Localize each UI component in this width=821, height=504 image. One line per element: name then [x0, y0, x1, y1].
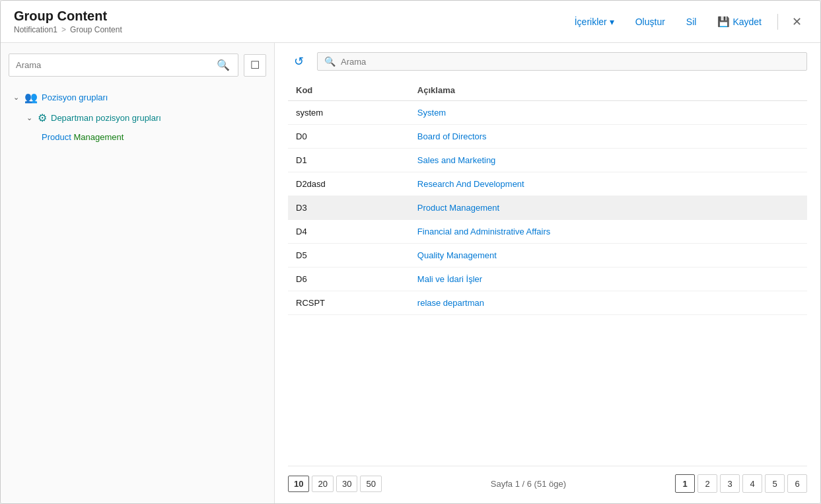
- tree-item-product[interactable]: Product Management: [9, 128, 266, 146]
- table-row[interactable]: D6 Mali ve İdari İşler: [288, 268, 807, 291]
- cell-desc: Research And Development: [410, 172, 807, 196]
- table-row[interactable]: D4 Financial and Administrative Affairs: [288, 220, 807, 244]
- header-actions: İçerikler ▾ Oluştur Sil 💾 Kaydet ✕: [567, 11, 807, 32]
- cell-desc: Sales and Marketing: [410, 149, 807, 172]
- table-wrap: Kod Açıklama system System D0 Board of D…: [288, 80, 807, 463]
- tree: ⌄ 👥 Pozisyon grupları ⌄ ⚙ Departman pozi…: [9, 87, 266, 493]
- save-icon: 💾: [717, 16, 730, 28]
- cell-code: system: [288, 101, 410, 125]
- tree-item-label: Product Management: [42, 132, 124, 142]
- panel-icon: ☐: [250, 59, 260, 71]
- group-icon: 👥: [24, 91, 38, 104]
- sil-label: Sil: [686, 17, 697, 27]
- olustur-label: Oluştur: [635, 17, 665, 27]
- table-row[interactable]: D5 Quality Management: [288, 244, 807, 268]
- cell-code: D5: [288, 244, 410, 268]
- cell-desc: Quality Management: [410, 244, 807, 268]
- table-row[interactable]: D3 Product Management: [288, 196, 807, 220]
- cell-desc: Mali ve İdari İşler: [410, 268, 807, 291]
- cell-desc: Product Management: [410, 196, 807, 220]
- cell-code: D4: [288, 220, 410, 244]
- breadcrumb: Notification1 > Group Content: [14, 25, 567, 34]
- page-num-6[interactable]: 6: [787, 474, 807, 493]
- pagination: 10 20 30 50 Sayfa 1 / 6 (51 öge) 1 2 3 4…: [288, 466, 807, 495]
- olustur-button[interactable]: Oluştur: [627, 13, 673, 31]
- search-input-wrap: 🔍: [9, 54, 238, 77]
- cell-code: RCSPT: [288, 291, 410, 315]
- table-row[interactable]: D2dasd Research And Development: [288, 172, 807, 196]
- chevron-down-icon: ⌄: [11, 93, 20, 102]
- table-header-row: Kod Açıklama: [288, 80, 807, 101]
- search-bar: 🔍 ☐: [9, 54, 266, 77]
- cell-code: D2dasd: [288, 172, 410, 196]
- cell-code: D3: [288, 196, 410, 220]
- chevron-down-icon: ⌄: [24, 114, 34, 122]
- refresh-button[interactable]: ↺: [288, 51, 309, 72]
- tree-item-label: Pozisyon grupları: [42, 92, 108, 102]
- page-size-30[interactable]: 30: [336, 476, 357, 492]
- page-size-50[interactable]: 50: [360, 476, 381, 492]
- search-icon: 🔍: [217, 59, 230, 71]
- search-icon: 🔍: [324, 56, 336, 67]
- page-num-2[interactable]: 2: [697, 474, 717, 493]
- cell-code: D6: [288, 268, 410, 291]
- gear-icon: ⚙: [38, 112, 47, 124]
- icerikler-label: İçerikler: [575, 17, 607, 27]
- left-panel: 🔍 ☐ ⌄ 👥 Pozisyon grupları ⌄ ⚙: [1, 43, 275, 503]
- page-num-1[interactable]: 1: [675, 474, 695, 493]
- window-title: Group Content: [14, 9, 567, 24]
- kaydet-button[interactable]: 💾 Kaydet: [709, 12, 769, 32]
- table-row[interactable]: D1 Sales and Marketing: [288, 149, 807, 172]
- header: Group Content Notification1 > Group Cont…: [1, 1, 820, 43]
- search-input[interactable]: [16, 60, 215, 70]
- refresh-icon: ↺: [294, 54, 304, 69]
- cell-desc: Financial and Administrative Affairs: [410, 220, 807, 244]
- page-num-3[interactable]: 3: [720, 474, 740, 493]
- chevron-down-icon: ▾: [610, 17, 614, 27]
- right-search-wrap: 🔍: [317, 52, 807, 71]
- breadcrumb-separator: >: [61, 25, 66, 34]
- col-header-aciklama: Açıklama: [410, 80, 807, 101]
- table-row[interactable]: D0 Board of Directors: [288, 125, 807, 149]
- cell-desc: relase departman: [410, 291, 807, 315]
- page-info: Sayfa 1 / 6 (51 öge): [382, 479, 675, 489]
- page-num-4[interactable]: 4: [742, 474, 762, 493]
- page-numbers: 1 2 3 4 5 6: [675, 474, 807, 493]
- breadcrumb-current: Group Content: [70, 25, 122, 34]
- sil-button[interactable]: Sil: [678, 13, 705, 31]
- kaydet-label: Kaydet: [732, 17, 762, 27]
- page-size-20[interactable]: 20: [312, 476, 333, 492]
- breadcrumb-parent: Notification1: [14, 25, 57, 34]
- cell-desc: System: [410, 101, 807, 125]
- right-toolbar: ↺ 🔍: [288, 51, 807, 72]
- data-table: Kod Açıklama system System D0 Board of D…: [288, 80, 807, 315]
- col-header-kod: Kod: [288, 80, 410, 101]
- close-button[interactable]: ✕: [786, 11, 807, 32]
- cell-code: D0: [288, 125, 410, 149]
- search-icon-button[interactable]: 🔍: [215, 57, 231, 73]
- right-panel: ↺ 🔍 Kod Açıklama system: [275, 43, 820, 503]
- header-divider: [777, 14, 778, 30]
- tree-item-label: Departman pozisyon grupları: [51, 113, 161, 123]
- table-row[interactable]: RCSPT relase departman: [288, 291, 807, 315]
- right-search-input[interactable]: [341, 57, 800, 67]
- app-window: Group Content Notification1 > Group Cont…: [0, 0, 821, 504]
- cell-code: D1: [288, 149, 410, 172]
- page-num-5[interactable]: 5: [765, 474, 785, 493]
- page-sizes: 10 20 30 50: [288, 476, 382, 492]
- tree-item-pozisyon[interactable]: ⌄ 👥 Pozisyon grupları: [9, 87, 266, 108]
- main-content: 🔍 ☐ ⌄ 👥 Pozisyon grupları ⌄ ⚙: [1, 43, 820, 503]
- tree-item-departman[interactable]: ⌄ ⚙ Departman pozisyon grupları: [9, 108, 266, 128]
- close-icon: ✕: [792, 15, 802, 29]
- page-size-10[interactable]: 10: [288, 476, 309, 492]
- panel-toggle-button[interactable]: ☐: [244, 54, 266, 77]
- icerikler-button[interactable]: İçerikler ▾: [567, 13, 622, 31]
- cell-desc: Board of Directors: [410, 125, 807, 149]
- table-row[interactable]: system System: [288, 101, 807, 125]
- header-left: Group Content Notification1 > Group Cont…: [14, 9, 567, 34]
